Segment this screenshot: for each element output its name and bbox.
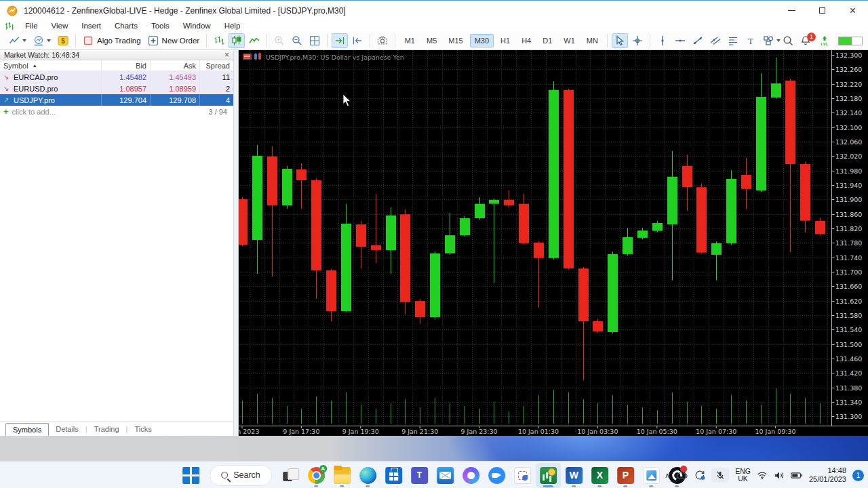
- timeframe-m5[interactable]: M5: [422, 34, 441, 47]
- algo-trading-button-label: Algo Trading: [97, 37, 141, 45]
- zoom-out-button[interactable]: [289, 33, 305, 48]
- zoom-in-button[interactable]: [271, 33, 288, 48]
- column-header-symbol[interactable]: Symbol▲: [0, 60, 102, 70]
- hidden-icons-chevron-icon[interactable]: ∧: [665, 471, 670, 480]
- taskbar-chrome[interactable]: A: [304, 463, 329, 488]
- chart-area[interactable]: 132.300132.260132.220132.180132.140132.1…: [239, 50, 868, 436]
- crosshair-button[interactable]: [629, 33, 646, 48]
- running-indicator: [340, 485, 344, 487]
- timeframe-mn[interactable]: MN: [582, 34, 603, 47]
- sync-icon[interactable]: [694, 470, 705, 481]
- chart-shift-button[interactable]: [349, 33, 366, 48]
- menu-item-window[interactable]: Window: [176, 22, 218, 30]
- hline-icon: [675, 35, 686, 46]
- notification-count-badge[interactable]: 1: [852, 470, 864, 481]
- taskbar-word[interactable]: W: [561, 463, 587, 488]
- taskbar-zoom[interactable]: [484, 463, 509, 488]
- taskbar-start[interactable]: [178, 463, 203, 488]
- timeframe-h4[interactable]: H4: [517, 34, 536, 47]
- menu-item-charts[interactable]: Charts: [108, 22, 144, 30]
- taskbar-clock[interactable]: 14:4825/01/2023: [809, 466, 846, 484]
- symbol-row-usdjpy.pro[interactable]: ↗USDJPY.pro129.704129.7084: [0, 94, 233, 106]
- chevron-down-icon[interactable]: [776, 39, 781, 42]
- volume-icon[interactable]: [774, 471, 785, 480]
- shiftend-icon: [334, 35, 345, 46]
- menu-item-file[interactable]: File: [18, 22, 45, 30]
- new-order-button[interactable]: New Order: [145, 33, 203, 48]
- column-header-ask[interactable]: Ask: [151, 60, 200, 70]
- symbol-row-eurcad.pro[interactable]: ↘EURCAD.pro1.454821.4549311: [0, 71, 233, 83]
- market-watch-close-icon[interactable]: ×: [224, 51, 229, 59]
- trendline-button[interactable]: [690, 33, 706, 48]
- panel-splitter[interactable]: [233, 50, 239, 436]
- taskbar-edge[interactable]: [355, 463, 380, 488]
- taskbar-mt5[interactable]: [536, 463, 561, 488]
- timeframe-m15[interactable]: M15: [443, 34, 467, 47]
- timeframe-w1[interactable]: W1: [559, 34, 580, 47]
- taskbar-taskview[interactable]: [278, 463, 303, 488]
- timeframe-d1[interactable]: D1: [538, 34, 557, 47]
- profile-button[interactable]: [31, 33, 54, 48]
- taskbar-store[interactable]: [381, 463, 406, 488]
- timeframe-m1[interactable]: M1: [400, 34, 420, 47]
- column-header-bid[interactable]: Bid: [102, 60, 151, 70]
- taskbar-search[interactable]: Search: [210, 465, 272, 486]
- screenshot-button[interactable]: [374, 33, 391, 48]
- microphone-muted-icon[interactable]: [711, 468, 729, 483]
- notifications-button[interactable]: 1: [800, 35, 811, 46]
- taskbar-date: 25/01/2023: [809, 475, 846, 484]
- market-watch-column-headers[interactable]: Symbol▲BidAskSpread: [0, 60, 233, 71]
- bar-chart-button[interactable]: [211, 33, 227, 48]
- tab-trading[interactable]: Trading: [87, 423, 126, 436]
- language-indicator[interactable]: ENGUK: [735, 468, 751, 483]
- store-icon: [385, 467, 402, 484]
- tile-windows-button[interactable]: [307, 33, 323, 48]
- add-icon: +: [3, 106, 9, 117]
- text-button[interactable]: T: [743, 33, 759, 48]
- taskbar-explorer[interactable]: [330, 463, 355, 488]
- timeframe-h1[interactable]: H1: [496, 34, 515, 47]
- timeframe-m30[interactable]: M30: [470, 34, 494, 47]
- minimize-button[interactable]: [776, 1, 807, 20]
- column-header-spread[interactable]: Spread: [200, 60, 233, 70]
- running-indicator: [314, 485, 318, 487]
- taskbar-mail[interactable]: [433, 463, 458, 488]
- shapes-button[interactable]: [760, 33, 783, 48]
- tab-symbols[interactable]: Symbols: [5, 423, 49, 436]
- taskbar-powerpoint[interactable]: P: [613, 463, 638, 488]
- wifi-icon[interactable]: [757, 471, 768, 480]
- menu-item-insert[interactable]: Insert: [75, 22, 108, 30]
- channel-icon: [710, 35, 721, 46]
- menu-item-help[interactable]: Help: [218, 22, 248, 30]
- vertical-line-button[interactable]: [654, 33, 671, 48]
- cursor-button[interactable]: [612, 33, 628, 48]
- taskbar-teams[interactable]: T: [407, 463, 432, 488]
- fibonacci-button[interactable]: [725, 33, 741, 48]
- maximize-button[interactable]: [807, 1, 837, 20]
- symbol-row-eurusd.pro[interactable]: ↘EURUSD.pro1.089571.089592: [0, 83, 233, 94]
- line-chart-button[interactable]: [246, 33, 262, 48]
- add-symbol-row[interactable]: + click to add... 3 / 94: [0, 106, 233, 117]
- candle-chart-button[interactable]: [229, 33, 245, 48]
- close-button[interactable]: ×: [837, 1, 868, 20]
- menu-item-view[interactable]: View: [45, 22, 75, 30]
- chevron-down-icon[interactable]: [22, 39, 26, 42]
- taskbar-snip[interactable]: [510, 463, 535, 488]
- tab-details[interactable]: Details: [49, 423, 85, 436]
- autoscroll-button[interactable]: [332, 33, 348, 48]
- search-button[interactable]: [783, 35, 793, 46]
- menu-item-tools[interactable]: Tools: [144, 22, 176, 30]
- deposit-button[interactable]: $: [55, 33, 71, 48]
- taskbar-excel[interactable]: X: [587, 463, 612, 488]
- channel-button[interactable]: [707, 33, 724, 48]
- chart-type-button[interactable]: [6, 33, 29, 48]
- taskbar-copilot[interactable]: [458, 463, 484, 488]
- taskbar-photos[interactable]: [639, 463, 664, 488]
- battery-icon[interactable]: [791, 472, 803, 479]
- candlestick-chart[interactable]: 132.300132.260132.220132.180132.140132.1…: [239, 50, 868, 436]
- tab-ticks[interactable]: Ticks: [127, 423, 158, 436]
- chevron-down-icon[interactable]: [47, 39, 51, 42]
- algo-trading-button[interactable]: Algo Trading: [80, 33, 144, 48]
- onedrive-icon[interactable]: [676, 471, 688, 480]
- horizontal-line-button[interactable]: [672, 33, 688, 48]
